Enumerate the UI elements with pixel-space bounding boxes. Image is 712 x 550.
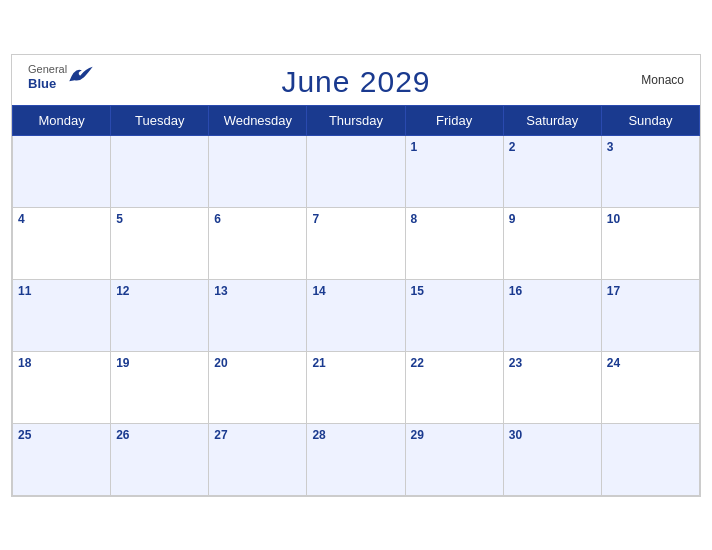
calendar-day-cell: 15 (405, 279, 503, 351)
header-thursday: Thursday (307, 105, 405, 135)
calendar-week-row: 123 (13, 135, 700, 207)
calendar-week-row: 11121314151617 (13, 279, 700, 351)
calendar-day-cell: 17 (601, 279, 699, 351)
calendar-day-cell: 20 (209, 351, 307, 423)
header-monday: Monday (13, 105, 111, 135)
calendar-day-cell (601, 423, 699, 495)
calendar-table: Monday Tuesday Wednesday Thursday Friday… (12, 105, 700, 496)
calendar-day-cell (13, 135, 111, 207)
calendar-day-cell: 23 (503, 351, 601, 423)
calendar-day-cell: 24 (601, 351, 699, 423)
calendar-day-cell: 19 (111, 351, 209, 423)
header-wednesday: Wednesday (209, 105, 307, 135)
calendar-day-cell: 11 (13, 279, 111, 351)
calendar-day-cell: 12 (111, 279, 209, 351)
calendar-week-row: 252627282930 (13, 423, 700, 495)
calendar-day-cell (209, 135, 307, 207)
calendar-day-cell: 1 (405, 135, 503, 207)
calendar-day-cell: 10 (601, 207, 699, 279)
calendar-day-cell (111, 135, 209, 207)
calendar-day-cell: 2 (503, 135, 601, 207)
calendar-day-cell: 26 (111, 423, 209, 495)
calendar-day-cell: 29 (405, 423, 503, 495)
header-friday: Friday (405, 105, 503, 135)
calendar-day-cell: 3 (601, 135, 699, 207)
calendar-day-cell: 22 (405, 351, 503, 423)
calendar-week-row: 45678910 (13, 207, 700, 279)
country-label: Monaco (641, 73, 684, 87)
logo-area: General Blue (28, 63, 67, 92)
calendar-day-cell: 28 (307, 423, 405, 495)
calendar-day-cell: 8 (405, 207, 503, 279)
calendar-day-cell: 4 (13, 207, 111, 279)
calendar-day-cell: 9 (503, 207, 601, 279)
calendar-day-cell: 14 (307, 279, 405, 351)
calendar-day-cell: 7 (307, 207, 405, 279)
calendar-header: General Blue June 2029 Monaco (12, 55, 700, 105)
calendar-title: June 2029 (281, 65, 430, 99)
calendar-day-cell: 21 (307, 351, 405, 423)
weekday-header-row: Monday Tuesday Wednesday Thursday Friday… (13, 105, 700, 135)
header-saturday: Saturday (503, 105, 601, 135)
logo-bird-icon (67, 65, 95, 83)
calendar-day-cell: 27 (209, 423, 307, 495)
calendar-week-row: 18192021222324 (13, 351, 700, 423)
calendar-day-cell: 16 (503, 279, 601, 351)
calendar-day-cell: 30 (503, 423, 601, 495)
logo-general-text: General (28, 63, 67, 76)
calendar-day-cell: 25 (13, 423, 111, 495)
header-tuesday: Tuesday (111, 105, 209, 135)
header-sunday: Sunday (601, 105, 699, 135)
logo-blue-text: Blue (28, 76, 67, 92)
calendar-day-cell: 5 (111, 207, 209, 279)
calendar-day-cell: 13 (209, 279, 307, 351)
calendar-day-cell (307, 135, 405, 207)
calendar-container: General Blue June 2029 Monaco Monday Tue… (11, 54, 701, 497)
calendar-day-cell: 6 (209, 207, 307, 279)
calendar-day-cell: 18 (13, 351, 111, 423)
